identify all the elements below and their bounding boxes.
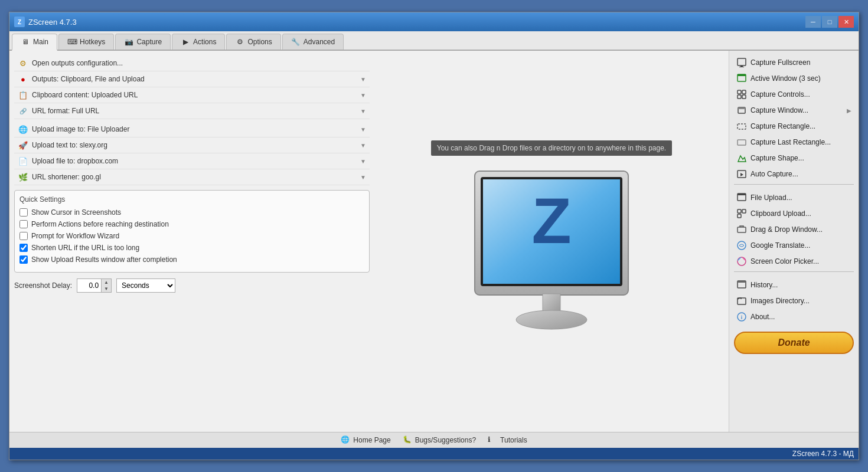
tab-capture-label: Capture: [136, 38, 162, 46]
tutorials-link[interactable]: ℹ Tutorials: [488, 435, 527, 445]
tab-advanced-icon: 🔧: [291, 37, 301, 47]
checkbox-perform-actions[interactable]: Perform Actions before reaching destinat…: [19, 220, 364, 228]
config-row-upload-image[interactable]: 🌐 Upload image to: File Uploader ▼: [14, 122, 370, 137]
main-window: Z ZScreen 4.7.3 ─ □ ✕ 🖥 Main ⌨ Hotkeys 📷…: [9, 12, 859, 460]
tab-advanced[interactable]: 🔧 Advanced: [282, 34, 344, 50]
checkbox-show-upload-results[interactable]: Show Upload Results window after complet…: [19, 255, 364, 264]
images-directory-icon: [736, 296, 747, 306]
right-item-capture-last-rectangle[interactable]: Capture Last Rectangle...: [734, 135, 854, 149]
google-translate-icon: [736, 240, 747, 251]
capture-last-rectangle-label: Capture Last Rectangle...: [750, 138, 831, 146]
screen-color-picker-label: Screen Color Picker...: [750, 257, 819, 266]
upload-image-label: Upload image to: File Uploader: [32, 125, 357, 133]
images-directory-label: Images Directory...: [750, 297, 810, 305]
drag-drop-bar: You can also Drag n Drop files or a dire…: [431, 140, 672, 156]
open-outputs-label: Open outputs configuration...: [32, 59, 366, 67]
title-controls: ─ □ ✕: [805, 16, 854, 28]
right-item-capture-controls[interactable]: Capture Controls...: [734, 87, 854, 101]
url-format-label: URL format: Full URL: [32, 107, 357, 115]
url-shortener-icon: 🌿: [18, 172, 28, 182]
donate-button[interactable]: Donate: [734, 332, 854, 354]
right-item-drag-drop-window[interactable]: Drag & Drop Window...: [734, 222, 854, 237]
checkbox-shorten-url[interactable]: Shorten URL if the URL is too long: [19, 244, 364, 252]
checkbox-show-cursor-input[interactable]: [19, 208, 28, 217]
checkbox-show-cursor[interactable]: Show Cursor in Screenshots: [19, 208, 364, 217]
tab-capture-icon: 📷: [124, 37, 133, 47]
tab-actions[interactable]: ▶ Actions: [172, 34, 225, 50]
svg-rect-11: [738, 90, 741, 94]
tab-hotkeys[interactable]: ⌨ Hotkeys: [58, 34, 114, 50]
quick-settings-box: Quick Settings Show Cursor in Screenshot…: [14, 190, 370, 273]
tab-hotkeys-label: Hotkeys: [80, 38, 105, 46]
tab-capture[interactable]: 📷 Capture: [115, 34, 171, 50]
right-item-capture-window[interactable]: Capture Window... ▶: [734, 103, 854, 117]
config-row-upload-text[interactable]: 🚀 Upload text to: slexy.org ▼: [14, 137, 370, 153]
delay-increment-button[interactable]: ▲: [102, 279, 111, 286]
right-item-auto-capture[interactable]: Auto Capture...: [734, 167, 854, 181]
right-item-clipboard-upload[interactable]: Clipboard Upload...: [734, 206, 854, 221]
monitor-image: Z: [451, 159, 652, 342]
right-item-history[interactable]: History...: [734, 278, 854, 292]
svg-rect-30: [738, 281, 746, 283]
delay-spinners: ▲ ▼: [101, 279, 111, 292]
clipboard-upload-icon: [736, 208, 747, 219]
statusbar: ZScreen 4.7.3 - МД: [9, 448, 859, 460]
tutorials-label: Tutorials: [500, 436, 527, 444]
bugs-suggestions-link[interactable]: 🐛 Bugs/Suggestions?: [403, 435, 476, 445]
config-row-clipboard-content[interactable]: 📋 Clipboard content: Uploaded URL ▼: [14, 87, 370, 103]
config-row-url-format[interactable]: 🔗 URL format: Full URL ▼: [14, 103, 370, 119]
config-row-url-shortener[interactable]: 🌿 URL shortener: goo.gl ▼: [14, 169, 370, 185]
right-item-active-window[interactable]: Active Window (3 sec): [734, 71, 854, 86]
right-item-about[interactable]: i About...: [734, 310, 854, 324]
right-item-capture-shape[interactable]: Capture Shape...: [734, 151, 854, 165]
config-row-outputs[interactable]: ● Outputs: Clipboard, File and Upload ▼: [14, 71, 370, 87]
right-item-images-directory[interactable]: Images Directory...: [734, 294, 854, 308]
tab-advanced-label: Advanced: [304, 38, 335, 46]
checkbox-prompt-workflow[interactable]: Prompt for Workflow Wizard: [19, 232, 364, 240]
checkbox-shorten-url-input[interactable]: [19, 244, 28, 252]
auto-capture-label: Auto Capture...: [750, 170, 798, 178]
minimize-button[interactable]: ─: [805, 16, 821, 28]
capture-shape-label: Capture Shape...: [750, 154, 804, 162]
tab-main[interactable]: 🖥 Main: [12, 34, 57, 51]
delay-input[interactable]: [77, 280, 101, 291]
home-page-icon: 🌐: [341, 435, 350, 445]
screenshot-delay-label: Screenshot Delay:: [14, 281, 72, 290]
checkbox-perform-actions-label: Perform Actions before reaching destinat…: [31, 220, 169, 228]
delay-unit-select[interactable]: Seconds Milliseconds Minutes: [116, 278, 175, 293]
tutorials-icon: ℹ: [488, 435, 497, 445]
upload-file-label: Upload file to: dropbox.com: [32, 157, 357, 165]
checkbox-perform-actions-input[interactable]: [19, 220, 28, 228]
about-icon: i: [736, 312, 747, 322]
right-item-capture-rectangle[interactable]: Capture Rectangle...: [734, 119, 854, 133]
maximize-button[interactable]: □: [822, 16, 837, 28]
close-button[interactable]: ✕: [838, 16, 854, 28]
home-page-label: Home Page: [353, 436, 390, 444]
checkbox-prompt-workflow-input[interactable]: [19, 232, 28, 240]
right-item-google-translate[interactable]: Google Translate...: [734, 238, 854, 253]
right-item-capture-fullscreen[interactable]: Capture Fullscreen: [734, 55, 854, 70]
svg-rect-8: [739, 67, 744, 67]
config-row-upload-file[interactable]: 📄 Upload file to: dropbox.com ▼: [14, 153, 370, 169]
svg-rect-13: [738, 95, 741, 99]
url-format-icon: 🔗: [18, 106, 28, 116]
auto-capture-icon: [736, 169, 747, 179]
checkbox-prompt-workflow-label: Prompt for Workflow Wizard: [31, 232, 119, 240]
clipboard-content-icon: 📋: [18, 90, 28, 100]
url-format-arrow: ▼: [360, 108, 366, 114]
checkbox-show-upload-results-input[interactable]: [19, 255, 28, 264]
right-item-file-upload[interactable]: File Upload...: [734, 191, 854, 205]
capture-fullscreen-label: Capture Fullscreen: [750, 58, 810, 67]
history-icon: [736, 280, 747, 290]
right-item-screen-color-picker[interactable]: Screen Color Picker...: [734, 254, 854, 268]
drag-drop-window-label: Drag & Drop Window...: [750, 225, 823, 234]
capture-controls-label: Capture Controls...: [750, 90, 810, 99]
upload-text-label: Upload text to: slexy.org: [32, 141, 357, 149]
delay-decrement-button[interactable]: ▼: [102, 286, 111, 292]
home-page-link[interactable]: 🌐 Home Page: [341, 435, 390, 445]
svg-rect-26: [738, 227, 746, 232]
config-row-open-outputs[interactable]: ⚙ Open outputs configuration...: [14, 55, 370, 71]
capture-controls-icon: [736, 89, 747, 100]
capture-window-label: Capture Window...: [750, 106, 808, 114]
tab-options[interactable]: ⚙ Options: [226, 34, 280, 50]
